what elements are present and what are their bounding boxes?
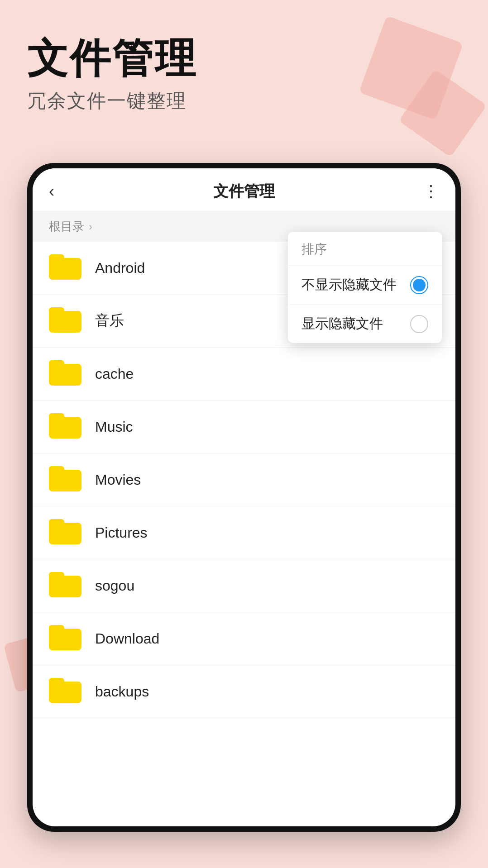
app-header: ‹ 文件管理 ⋮ <box>33 168 455 211</box>
file-name: Pictures <box>95 525 148 541</box>
file-item[interactable]: sogou <box>33 559 455 612</box>
file-name: Download <box>95 630 159 647</box>
back-icon: ‹ <box>49 182 54 201</box>
folder-icon <box>49 466 81 493</box>
dropdown-menu: 排序 不显示隐藏文件 显示隐藏文件 <box>288 232 442 343</box>
dropdown-option-show-label: 显示隐藏文件 <box>301 315 383 333</box>
folder-shape <box>49 307 81 333</box>
file-name: Movies <box>95 472 141 488</box>
file-item[interactable]: backups <box>33 665 455 718</box>
folder-shape <box>49 572 81 597</box>
dropdown-option-hide[interactable]: 不显示隐藏文件 <box>288 266 442 305</box>
dropdown-option-hide-label: 不显示隐藏文件 <box>301 276 397 294</box>
folder-icon <box>49 307 81 334</box>
folder-icon <box>49 519 81 546</box>
folder-shape <box>49 625 81 650</box>
file-name: cache <box>95 366 134 382</box>
folder-icon <box>49 254 81 281</box>
more-button[interactable]: ⋮ <box>416 182 439 201</box>
radio-show-unselected <box>410 315 428 333</box>
folder-shape <box>49 360 81 386</box>
dropdown-header: 排序 <box>288 232 442 266</box>
file-item[interactable]: Pictures <box>33 506 455 559</box>
file-name: sogou <box>95 577 134 594</box>
folder-shape <box>49 466 81 491</box>
file-name: backups <box>95 683 149 700</box>
folder-shape <box>49 519 81 544</box>
folder-icon <box>49 413 81 440</box>
folder-shape <box>49 678 81 703</box>
file-item[interactable]: cache <box>33 348 455 401</box>
file-name: Music <box>95 419 133 435</box>
phone-mockup: ‹ 文件管理 ⋮ 根目录 › Android音乐cacheMusicMovies… <box>27 163 461 832</box>
main-title: 文件管理 <box>27 36 197 81</box>
file-item[interactable]: Movies <box>33 453 455 506</box>
folder-icon <box>49 360 81 387</box>
folder-icon <box>49 678 81 705</box>
folder-icon <box>49 625 81 652</box>
folder-shape <box>49 413 81 439</box>
folder-shape <box>49 254 81 280</box>
file-item[interactable]: Download <box>33 612 455 665</box>
file-name: 音乐 <box>95 311 124 331</box>
phone-screen: ‹ 文件管理 ⋮ 根目录 › Android音乐cacheMusicMovies… <box>33 168 455 826</box>
dropdown-option-show[interactable]: 显示隐藏文件 <box>288 305 442 343</box>
folder-icon <box>49 572 81 599</box>
file-name: Android <box>95 260 145 277</box>
breadcrumb-arrow-icon: › <box>89 220 92 233</box>
app-title: 文件管理 <box>213 181 275 202</box>
back-button[interactable]: ‹ <box>49 182 72 201</box>
sub-title: 冗余文件一键整理 <box>27 88 197 114</box>
header-section: 文件管理 冗余文件一键整理 <box>27 36 197 114</box>
breadcrumb-root: 根目录 <box>49 219 84 234</box>
more-icon: ⋮ <box>423 182 439 201</box>
radio-hide-selected <box>410 276 428 294</box>
file-item[interactable]: Music <box>33 401 455 453</box>
